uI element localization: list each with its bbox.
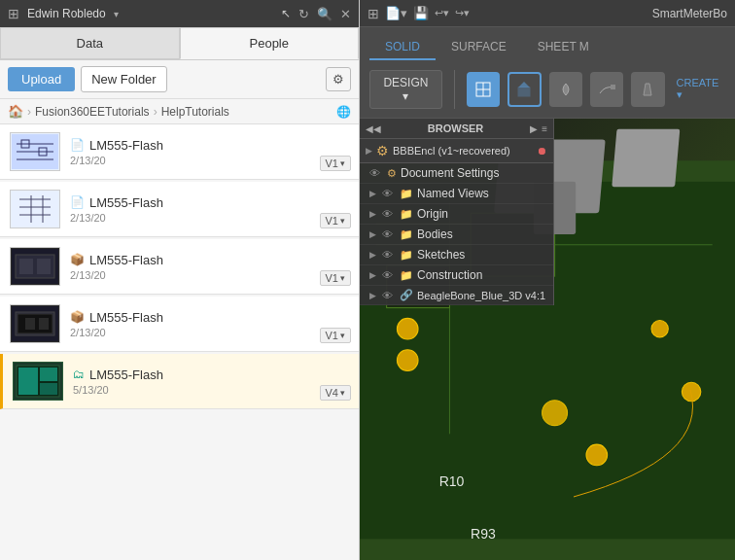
upload-button[interactable]: Upload bbox=[8, 67, 75, 91]
svg-rect-29 bbox=[518, 88, 530, 96]
breadcrumb-sep1: › bbox=[27, 105, 31, 119]
item-label: Bodies bbox=[417, 228, 453, 241]
new-folder-button[interactable]: New Folder bbox=[81, 66, 166, 92]
home-icon[interactable]: 🏠 bbox=[8, 104, 23, 119]
design-tabs: SOLID SURFACE SHEET M bbox=[360, 27, 735, 60]
svg-marker-32 bbox=[644, 84, 651, 95]
folder-icon: 📁 bbox=[400, 208, 413, 221]
browser-root-item[interactable]: ▶ ⚙ BBBEncl (v1~recovered) ⏺ bbox=[360, 139, 553, 163]
list-item[interactable]: 🗂 LM555-Flash 5/13/20 V4 ▾ bbox=[0, 354, 359, 409]
search-icon[interactable]: 🔍 bbox=[317, 7, 332, 21]
gear-icon: ⚙ bbox=[376, 143, 389, 158]
create-sweep-icon[interactable] bbox=[590, 72, 623, 107]
list-item[interactable]: 📦 LM555-Flash 2/13/20 V1 ▾ bbox=[0, 297, 359, 352]
svg-rect-19 bbox=[25, 318, 35, 330]
chevron-down-icon[interactable]: ▾ bbox=[114, 9, 119, 19]
eye-icon[interactable]: 👁 bbox=[369, 167, 383, 179]
component-icon: 🔗 bbox=[400, 289, 413, 301]
svg-point-44 bbox=[651, 321, 668, 337]
design-dropdown-button[interactable]: DESIGN ▾ bbox=[369, 70, 442, 109]
file-info: 📦 LM555-Flash 2/13/20 bbox=[70, 253, 349, 281]
chevron-right-icon: ▶ bbox=[366, 146, 372, 156]
eye-icon[interactable]: 👁 bbox=[382, 290, 396, 301]
file-info: 📄 LM555-Flash 2/13/20 bbox=[70, 195, 349, 224]
chevron-right-icon: ▶ bbox=[369, 291, 376, 300]
file-name: LM555-Flash bbox=[89, 138, 163, 153]
eye-icon[interactable]: 👁 bbox=[382, 228, 396, 240]
eye-icon[interactable]: 👁 bbox=[382, 188, 396, 199]
file-info: 📦 LM555-Flash 2/13/20 bbox=[70, 310, 349, 338]
svg-rect-25 bbox=[40, 383, 57, 395]
browser-item-origin[interactable]: ▶ 👁 📁 Origin bbox=[360, 204, 553, 225]
breadcrumb-crumb2[interactable]: HelpTutorials bbox=[161, 105, 229, 119]
file-type-icon: 🗂 bbox=[73, 368, 85, 381]
breadcrumb-crumb1[interactable]: Fusion360EETutorials bbox=[35, 105, 150, 119]
create-label[interactable]: CREATE ▾ bbox=[677, 77, 725, 101]
file-date: 5/13/20 bbox=[73, 384, 349, 396]
item-label: Named Views bbox=[417, 187, 489, 200]
browser-collapse-icon[interactable]: ◀◀ bbox=[366, 123, 381, 134]
browser-item-beaglebone[interactable]: ▶ 👁 🔗 BeagleBone_Blue_3D v4:1 bbox=[360, 286, 553, 305]
close-icon[interactable]: ✕ bbox=[340, 7, 351, 21]
browser-item-construction[interactable]: ▶ 👁 📁 Construction bbox=[360, 265, 553, 286]
create-extrude-icon[interactable] bbox=[508, 72, 542, 107]
version-chevron-icon: ▾ bbox=[340, 388, 345, 398]
tab-surface[interactable]: SURFACE bbox=[436, 35, 522, 60]
left-panel: ⊞ Edwin Robledo ▾ ↖ ↻ 🔍 ✕ Data People Up… bbox=[0, 0, 360, 560]
browser-panel: ◀◀ BROWSER ▶ ≡ ▶ ⚙ BBBEncl (v1~recovered… bbox=[360, 119, 554, 305]
list-item[interactable]: 📄 LM555-Flash 2/13/20 V1 ▾ bbox=[0, 182, 359, 237]
chevron-right-icon: ▶ bbox=[369, 250, 376, 260]
globe-icon[interactable]: 🌐 bbox=[336, 105, 351, 119]
list-item[interactable]: 📄 LM555-Flash 2/13/20 V1 ▾ bbox=[0, 124, 359, 180]
version-badge[interactable]: V1 ▾ bbox=[320, 156, 351, 171]
svg-rect-20 bbox=[39, 318, 49, 330]
version-chevron-icon: ▾ bbox=[340, 331, 345, 340]
tab-data[interactable]: Data bbox=[0, 27, 180, 59]
breadcrumb-sep2: › bbox=[154, 105, 158, 119]
tab-people[interactable]: People bbox=[180, 27, 360, 59]
version-badge[interactable]: V4 ▾ bbox=[320, 385, 351, 401]
folder-icon: 📁 bbox=[400, 228, 413, 241]
file-thumbnail bbox=[10, 247, 60, 286]
version-badge[interactable]: V1 ▾ bbox=[320, 213, 351, 228]
svg-text:R10: R10 bbox=[439, 473, 465, 489]
file-type-icon: 📦 bbox=[70, 253, 85, 266]
item-label: Construction bbox=[417, 268, 482, 282]
tab-sheet-metal[interactable]: SHEET M bbox=[522, 35, 605, 60]
file-icon-button[interactable]: 📄▾ bbox=[385, 6, 407, 20]
app-title: SmartMeterBo bbox=[652, 7, 727, 20]
create-loft-icon[interactable] bbox=[631, 72, 664, 107]
save-icon[interactable]: 💾 bbox=[413, 6, 429, 20]
eye-icon[interactable]: 👁 bbox=[382, 269, 396, 281]
browser-item-named-views[interactable]: ▶ 👁 📁 Named Views bbox=[360, 184, 553, 204]
create-revolve-icon[interactable] bbox=[549, 72, 582, 107]
tab-solid[interactable]: SOLID bbox=[369, 35, 436, 60]
svg-point-43 bbox=[586, 444, 608, 466]
folder-icon: 📁 bbox=[400, 269, 413, 282]
create-box-icon[interactable] bbox=[467, 72, 500, 107]
chevron-right-icon: ▶ bbox=[369, 209, 376, 219]
browser-menu-icon[interactable]: ≡ bbox=[542, 123, 547, 134]
browser-item-document-settings[interactable]: 👁 ⚙ Document Settings bbox=[360, 163, 553, 184]
browser-expand-icon[interactable]: ▶ bbox=[530, 123, 538, 134]
file-info: 🗂 LM555-Flash 5/13/20 bbox=[73, 368, 349, 396]
version-chevron-icon: ▾ bbox=[340, 158, 345, 168]
refresh-icon[interactable]: ↻ bbox=[298, 7, 309, 21]
version-badge[interactable]: V1 ▾ bbox=[320, 270, 351, 286]
browser-item-bodies[interactable]: ▶ 👁 📁 Bodies bbox=[360, 225, 553, 245]
browser-header: ◀◀ BROWSER ▶ ≡ bbox=[360, 119, 553, 139]
version-badge[interactable]: V1 ▾ bbox=[320, 328, 351, 343]
user-name: Edwin Robledo bbox=[27, 7, 106, 20]
svg-rect-14 bbox=[19, 259, 33, 274]
version-chevron-icon: ▾ bbox=[340, 273, 345, 283]
list-item[interactable]: 📦 LM555-Flash 2/13/20 V1 ▾ bbox=[0, 239, 359, 295]
browser-item-sketches[interactable]: ▶ 👁 📁 Sketches bbox=[360, 245, 553, 265]
app-grid-icon[interactable]: ⊞ bbox=[368, 6, 379, 21]
svg-point-40 bbox=[397, 318, 418, 339]
redo-button[interactable]: ↪▾ bbox=[455, 7, 470, 19]
browser-title-label: BROWSER bbox=[381, 122, 530, 134]
eye-icon[interactable]: 👁 bbox=[382, 208, 396, 220]
settings-gear-button[interactable]: ⚙ bbox=[326, 67, 351, 91]
eye-icon[interactable]: 👁 bbox=[382, 249, 396, 261]
undo-button[interactable]: ↩▾ bbox=[435, 7, 449, 19]
